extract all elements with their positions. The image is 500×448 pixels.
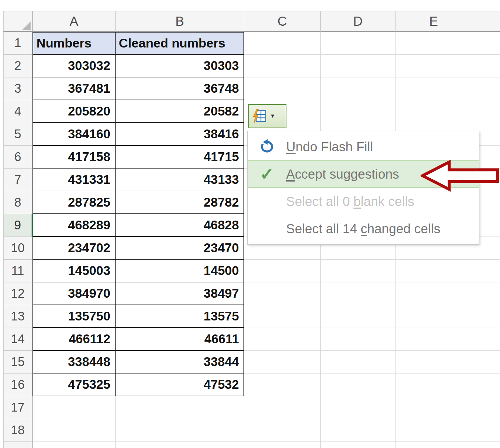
cell-A4[interactable]: 205820 xyxy=(33,100,116,123)
cell-F18[interactable] xyxy=(472,419,500,442)
cell-E11[interactable] xyxy=(396,260,472,282)
cell-D2[interactable] xyxy=(321,55,396,77)
cell-D19[interactable] xyxy=(321,442,396,448)
cell-C15[interactable] xyxy=(244,351,321,373)
column-header-D[interactable]: D xyxy=(321,11,396,32)
cell-B2[interactable]: 30303 xyxy=(116,55,244,77)
cell-D4[interactable] xyxy=(321,100,396,123)
row-header-1[interactable]: 1 xyxy=(3,32,33,55)
cell-A13[interactable]: 135750 xyxy=(33,305,116,328)
cell-F1[interactable] xyxy=(472,32,500,55)
cell-A1[interactable]: Numbers xyxy=(33,32,116,55)
cell-D16[interactable] xyxy=(321,373,396,396)
cell-B4[interactable]: 20582 xyxy=(116,100,244,123)
cell-C11[interactable] xyxy=(244,260,321,282)
cell-F14[interactable] xyxy=(472,328,500,351)
row-header-11[interactable]: 11 xyxy=(3,260,33,282)
row-header-17[interactable]: 17 xyxy=(3,396,33,419)
cell-C13[interactable] xyxy=(244,305,321,328)
cell-C19[interactable] xyxy=(244,442,321,448)
cell-A14[interactable]: 466112 xyxy=(33,328,116,351)
cell-A2[interactable]: 303032 xyxy=(33,55,116,77)
cell-C3[interactable] xyxy=(244,77,321,100)
row-header-7[interactable]: 7 xyxy=(3,169,33,191)
row-header-16[interactable]: 16 xyxy=(3,373,33,396)
cell-F17[interactable] xyxy=(472,396,500,419)
cell-F13[interactable] xyxy=(472,305,500,328)
row-header-3[interactable]: 3 xyxy=(3,77,33,100)
cell-D15[interactable] xyxy=(321,351,396,373)
cell-F3[interactable] xyxy=(472,77,500,100)
cell-F11[interactable] xyxy=(472,260,500,282)
cell-D12[interactable] xyxy=(321,282,396,305)
cell-E2[interactable] xyxy=(396,55,472,77)
cell-F16[interactable] xyxy=(472,373,500,396)
row-header-19[interactable]: 19 xyxy=(3,442,33,448)
cell-E16[interactable] xyxy=(396,373,472,396)
cell-B17[interactable] xyxy=(116,396,244,419)
cell-B18[interactable] xyxy=(116,419,244,442)
cell-B13[interactable]: 13575 xyxy=(116,305,244,328)
cell-A12[interactable]: 384970 xyxy=(33,282,116,305)
cell-F19[interactable] xyxy=(472,442,500,448)
row-header-9[interactable]: 9 xyxy=(3,214,33,237)
cell-E1[interactable] xyxy=(396,32,472,55)
column-header-C[interactable]: C xyxy=(244,11,321,32)
menu-item-undo-flash-fill[interactable]: Undo Flash Fill xyxy=(248,133,479,160)
cell-B9[interactable]: 46828 xyxy=(116,214,244,237)
cell-D3[interactable] xyxy=(321,77,396,100)
cell-A8[interactable]: 287825 xyxy=(33,191,116,214)
cell-A5[interactable]: 384160 xyxy=(33,123,116,146)
row-header-5[interactable]: 5 xyxy=(3,123,33,146)
cell-D11[interactable] xyxy=(321,260,396,282)
menu-item-select-changed-cells[interactable]: Select all 14 changed cells xyxy=(248,215,479,242)
cell-B19[interactable] xyxy=(116,442,244,448)
cell-A15[interactable]: 338448 xyxy=(33,351,116,373)
cell-B11[interactable]: 14500 xyxy=(116,260,244,282)
cell-E17[interactable] xyxy=(396,396,472,419)
cell-E12[interactable] xyxy=(396,282,472,305)
cell-C18[interactable] xyxy=(244,419,321,442)
cell-D13[interactable] xyxy=(321,305,396,328)
cell-F4[interactable] xyxy=(472,100,500,123)
cell-B3[interactable]: 36748 xyxy=(116,77,244,100)
row-header-2[interactable]: 2 xyxy=(3,55,33,77)
cell-A19[interactable] xyxy=(33,442,116,448)
cell-E18[interactable] xyxy=(396,419,472,442)
dropdown-caret-icon[interactable]: ▼ xyxy=(270,113,275,119)
cell-C12[interactable] xyxy=(244,282,321,305)
column-header-E[interactable]: E xyxy=(396,11,472,32)
cell-E15[interactable] xyxy=(396,351,472,373)
cell-D14[interactable] xyxy=(321,328,396,351)
cell-B10[interactable]: 23470 xyxy=(116,237,244,260)
cell-E14[interactable] xyxy=(396,328,472,351)
cell-C17[interactable] xyxy=(244,396,321,419)
cell-C1[interactable] xyxy=(244,32,321,55)
column-header-A[interactable]: A xyxy=(33,11,116,32)
cell-B14[interactable]: 46611 xyxy=(116,328,244,351)
flash-fill-options-button[interactable]: ▼ xyxy=(248,104,286,128)
cell-B5[interactable]: 38416 xyxy=(116,123,244,146)
row-header-12[interactable]: 12 xyxy=(3,282,33,305)
column-header-partial[interactable] xyxy=(472,11,500,32)
cell-C14[interactable] xyxy=(244,328,321,351)
cell-A11[interactable]: 145003 xyxy=(33,260,116,282)
row-header-10[interactable]: 10 xyxy=(3,237,33,260)
cell-D18[interactable] xyxy=(321,419,396,442)
cell-A10[interactable]: 234702 xyxy=(33,237,116,260)
menu-item-accept-suggestions[interactable]: ✓ Accept suggestions xyxy=(248,160,479,188)
cell-A6[interactable]: 417158 xyxy=(33,146,116,169)
cell-B12[interactable]: 38497 xyxy=(116,282,244,305)
cell-B7[interactable]: 43133 xyxy=(116,169,244,191)
cell-D17[interactable] xyxy=(321,396,396,419)
cell-A18[interactable] xyxy=(33,419,116,442)
row-header-14[interactable]: 14 xyxy=(3,328,33,351)
cell-A9[interactable]: 468289 xyxy=(33,214,116,237)
row-header-6[interactable]: 6 xyxy=(3,146,33,169)
cell-B15[interactable]: 33844 xyxy=(116,351,244,373)
column-header-B[interactable]: B xyxy=(116,11,244,32)
cell-B6[interactable]: 41715 xyxy=(116,146,244,169)
cell-B1[interactable]: Cleaned numbers xyxy=(116,32,244,55)
cell-D1[interactable] xyxy=(321,32,396,55)
cell-C16[interactable] xyxy=(244,373,321,396)
